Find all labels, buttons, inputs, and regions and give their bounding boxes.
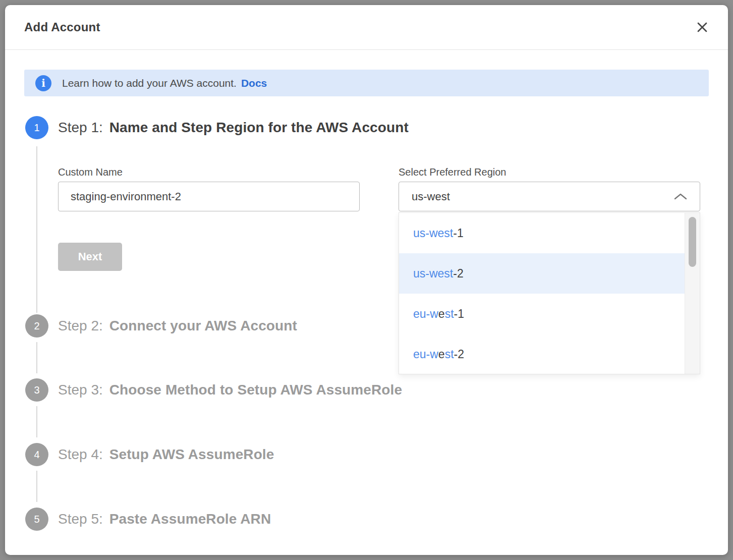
step-row-5: 5 Step 5:Paste AssumeRole ARN <box>25 508 271 531</box>
step-2-label: Step 2: <box>58 318 103 333</box>
region-option-eu-west-1[interactable]: eu-west-1 <box>399 294 685 334</box>
step-3-indicator: 3 <box>25 378 48 402</box>
modal-title: Add Account <box>24 20 100 34</box>
step-2-indicator: 2 <box>25 314 48 338</box>
step-connector-line <box>36 406 37 437</box>
step-row-3: 3 Step 3:Choose Method to Setup AWS Assu… <box>25 378 402 402</box>
step-4-heading: Step 4:Setup AWS AssumeRole <box>58 446 274 463</box>
step-5-label: Step 5: <box>58 511 103 527</box>
region-option-us-west-1[interactable]: us-west-1 <box>399 213 685 253</box>
step-5-title: Paste AssumeRole ARN <box>109 511 271 527</box>
step-2-heading: Step 2:Connect your AWS Account <box>58 318 297 334</box>
region-select-value: us-west <box>399 190 673 203</box>
dropdown-scrollbar-thumb[interactable] <box>689 217 696 267</box>
step-3-title: Choose Method to Setup AWS AssumeRole <box>109 382 402 398</box>
step-4-title: Setup AWS AssumeRole <box>109 446 274 462</box>
close-button[interactable] <box>694 19 711 36</box>
step-2-title: Connect your AWS Account <box>109 318 297 333</box>
step-1-indicator: 1 <box>25 116 48 139</box>
region-option-list: us-west-1us-west-2eu-west-1eu-west-2 <box>399 213 685 374</box>
step-3-label: Step 3: <box>58 382 103 398</box>
step-row-1: 1 Step 1:Name and Step Region for the AW… <box>25 116 409 139</box>
step-5-heading: Step 5:Paste AssumeRole ARN <box>58 511 271 527</box>
region-label: Select Preferred Region <box>399 166 506 178</box>
dropdown-scrollbar-track[interactable] <box>685 213 700 374</box>
region-option-us-west-2[interactable]: us-west-2 <box>399 253 685 294</box>
close-icon <box>696 21 708 33</box>
add-account-modal: Add Account i Learn how to add your AWS … <box>5 5 728 555</box>
region-select[interactable]: us-west <box>399 182 700 211</box>
region-option-text: e <box>438 348 445 361</box>
region-option-text: -2 <box>454 348 464 361</box>
step-3-heading: Step 3:Choose Method to Setup AWS Assume… <box>58 382 402 398</box>
step-4-indicator: 4 <box>25 443 48 466</box>
custom-name-label: Custom Name <box>58 166 123 178</box>
step-1-heading: Step 1:Name and Step Region for the AWS … <box>58 120 409 136</box>
info-banner: i Learn how to add your AWS account. Doc… <box>24 70 709 96</box>
region-option-text: e <box>438 307 445 321</box>
step-connector-line <box>36 146 37 313</box>
modal-header: Add Account <box>5 5 728 50</box>
region-option-text: st <box>445 307 454 321</box>
region-option-text: us-west <box>413 227 453 240</box>
region-option-text: -2 <box>453 267 463 281</box>
next-button[interactable]: Next <box>58 243 122 271</box>
step-4-label: Step 4: <box>58 446 103 462</box>
step-1-label: Step 1: <box>58 120 103 135</box>
docs-link[interactable]: Docs <box>241 77 267 89</box>
custom-name-input[interactable] <box>58 182 360 211</box>
region-dropdown: us-west-1us-west-2eu-west-1eu-west-2 <box>399 212 700 374</box>
step-connector-line <box>36 342 37 373</box>
step-1-title: Name and Step Region for the AWS Account <box>109 120 409 135</box>
region-option-eu-west-2[interactable]: eu-west-2 <box>399 334 685 374</box>
info-icon: i <box>35 75 51 91</box>
chevron-up-icon[interactable] <box>673 193 688 201</box>
region-option-text: -1 <box>453 227 463 240</box>
region-option-text: eu-w <box>413 348 438 361</box>
step-row-4: 4 Step 4:Setup AWS AssumeRole <box>25 443 274 466</box>
step-5-indicator: 5 <box>25 508 48 531</box>
region-option-text: -1 <box>454 307 464 321</box>
banner-text: Learn how to add your AWS account. <box>62 77 237 89</box>
step-connector-line <box>36 471 37 502</box>
region-option-text: eu-w <box>413 307 438 321</box>
region-option-text: us-west <box>413 267 453 281</box>
step-row-2: 2 Step 2:Connect your AWS Account <box>25 314 297 338</box>
region-option-text: st <box>445 348 454 361</box>
